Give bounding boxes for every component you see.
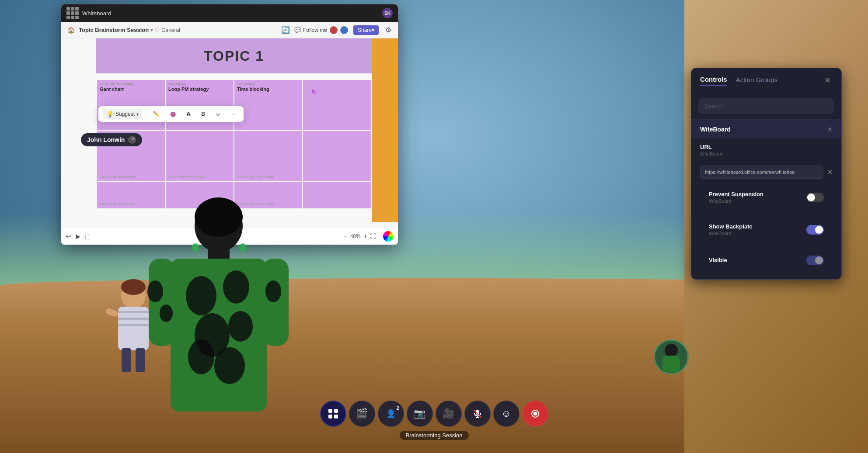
tool-popup: 💡 Suggest ▾ ✏️ ⬤ A B ☺ ··· [98, 106, 244, 122]
text-tool-btn[interactable]: A [183, 109, 194, 119]
more-tool-btn[interactable]: ··· [228, 109, 239, 119]
sticky-note-4[interactable]: John Lonwin [303, 80, 371, 130]
panel-search[interactable]: Search [698, 98, 834, 114]
whiteboard-section: WiteBoard ∧ URL WiteBoard https://whiteb… [691, 119, 841, 276]
panel-close-btn[interactable]: ✕ [822, 75, 833, 86]
sticky-note-3-text: Time blocking [237, 86, 300, 92]
prevent-suspension-toggle[interactable] [806, 193, 824, 202]
svg-point-26 [239, 243, 246, 252]
search-placeholder: Search [704, 103, 724, 110]
heart-icon: ♡ [155, 27, 160, 33]
sticky-note-6[interactable]: Click or tap here to type [166, 131, 234, 181]
wb-share-button[interactable]: Share▾ [353, 25, 379, 35]
svg-rect-8 [136, 348, 145, 372]
prevent-suspension-sublabel: WiteBoard [709, 198, 803, 204]
wb-orange-block [372, 38, 398, 222]
wb-topic-title: TOPIC 1 [204, 48, 264, 64]
svg-rect-7 [122, 348, 131, 372]
svg-point-38 [665, 344, 678, 357]
sticky-note-3-header: Tyler Milligan [237, 83, 300, 86]
visible-item: Visible [691, 247, 841, 276]
panel-section-title: WiteBoard [700, 126, 827, 133]
sticky-note-5-hint: Click or tap here to type [100, 175, 136, 179]
panel-section-header[interactable]: WiteBoard ∧ [691, 119, 841, 138]
zoom-in-btn[interactable]: + [363, 232, 367, 240]
svg-rect-28 [328, 409, 332, 413]
svg-point-18 [228, 311, 253, 342]
undo-btn[interactable]: ↩ [66, 232, 71, 240]
svg-rect-30 [328, 415, 332, 418]
circle-tool-btn[interactable]: ⬤ [167, 109, 179, 119]
wb-follow-btn[interactable]: 💬 Follow me [294, 25, 349, 35]
divider-1 [146, 110, 146, 118]
bold-tool-btn[interactable]: B [198, 109, 209, 119]
camera-btn[interactable]: 📷 [407, 401, 433, 427]
sticky-note-1[interactable]: Ale Resorte Tyler Milligan Gant chart [97, 80, 165, 130]
sticky-row-1: Ale Resorte Tyler Milligan Gant chart Ty… [97, 80, 371, 130]
wb-refresh-btn[interactable]: 🔄 [281, 26, 290, 34]
follow-avatar-1 [329, 25, 338, 35]
prevent-suspension-row: Prevent Suspension WiteBoard [700, 187, 833, 209]
pen-tool-btn[interactable]: ✏️ [150, 109, 163, 119]
url-input[interactable]: https://whiteboard.office.com/me/whitebo… [700, 166, 823, 179]
grid-btn[interactable] [320, 401, 346, 427]
visible-toggle[interactable] [806, 256, 824, 265]
sticky-note-8[interactable] [303, 131, 371, 181]
visible-knob [815, 256, 823, 264]
svg-point-15 [186, 276, 216, 315]
wb-dropdown-icon[interactable]: ▾ [150, 27, 153, 33]
sticky-note-3[interactable]: Tyler Milligan Time blocking [234, 80, 302, 130]
follow-avatar-2 [339, 25, 349, 35]
sticky-note-12[interactable] [303, 182, 371, 208]
controls-panel: Controls Action Groups ✕ Search WiteBoar… [691, 68, 842, 280]
snapshot-btn[interactable]: ⬚ [85, 233, 91, 240]
url-row: https://whiteboard.office.com/me/whitebo… [691, 162, 841, 182]
record-btn[interactable] [522, 401, 548, 427]
mic-mute-btn[interactable] [464, 401, 491, 427]
wb-topic-header: TOPIC 1 [96, 38, 372, 73]
svg-point-12 [195, 197, 243, 237]
emoji-tool-btn[interactable]: ☺ [212, 109, 224, 119]
color-picker-btn[interactable] [383, 231, 394, 242]
svg-point-19 [188, 339, 214, 374]
zoom-out-btn[interactable]: − [343, 232, 347, 240]
sticky-note-6-hint: Click or tap here to type [168, 175, 205, 179]
wb-home-btn[interactable]: 🏠 [66, 25, 76, 35]
wb-titlebar: Whiteboard SK [61, 4, 398, 22]
wb-app-icon [66, 7, 79, 19]
svg-rect-29 [334, 409, 338, 413]
user-avatar-circle[interactable] [654, 339, 689, 374]
panel-header: Controls Action Groups ✕ [691, 68, 841, 93]
avatar-center [144, 191, 293, 453]
wb-follow-avatars [329, 25, 349, 35]
prevent-suspension-knob [807, 194, 815, 201]
sticky-note-7[interactable]: Click or tap here to type [234, 131, 302, 181]
svg-rect-9 [105, 308, 119, 318]
svg-rect-21 [149, 259, 175, 346]
john-lonwin-name: John Lonwin [87, 136, 125, 143]
svg-rect-37 [533, 412, 537, 415]
url-value: https://whiteboard.office.com/me/whitebo… [705, 169, 795, 175]
show-backplate-item: Show Backplate WiteBoard [691, 214, 841, 247]
svg-point-22 [147, 280, 163, 302]
fullscreen-btn[interactable]: ⛶ [370, 233, 376, 240]
svg-rect-24 [262, 259, 289, 346]
prevent-suspension-info: Prevent Suspension WiteBoard [709, 191, 803, 204]
sticky-note-2[interactable]: Tyler Milligan Loop PM strategy [166, 80, 234, 130]
video-btn[interactable]: 🎥 [436, 401, 462, 427]
tab-action-groups[interactable]: Action Groups [736, 76, 777, 85]
suggest-tool-btn[interactable]: 💡 Suggest ▾ [103, 109, 142, 119]
wb-channel: General [161, 27, 180, 33]
sticky-note-1-header: Ale Resorte Tyler Milligan [100, 83, 162, 86]
play-btn[interactable]: ▶ [76, 233, 80, 240]
svg-point-2 [121, 279, 146, 295]
media-btn[interactable]: 🎬 [349, 401, 375, 427]
tab-controls[interactable]: Controls [700, 76, 727, 86]
people-btn[interactable]: 👤 2 [378, 401, 404, 427]
wb-settings-btn[interactable]: ⚙ [383, 25, 394, 35]
url-clear-btn[interactable]: ✕ [827, 168, 833, 176]
vr-bottom-bar: 🎬 👤 2 📷 🎥 ☺ [320, 401, 548, 427]
show-backplate-toggle[interactable] [806, 225, 824, 235]
emoji-btn[interactable]: ☺ [493, 401, 519, 427]
suggest-dropdown[interactable]: ▾ [136, 112, 139, 117]
